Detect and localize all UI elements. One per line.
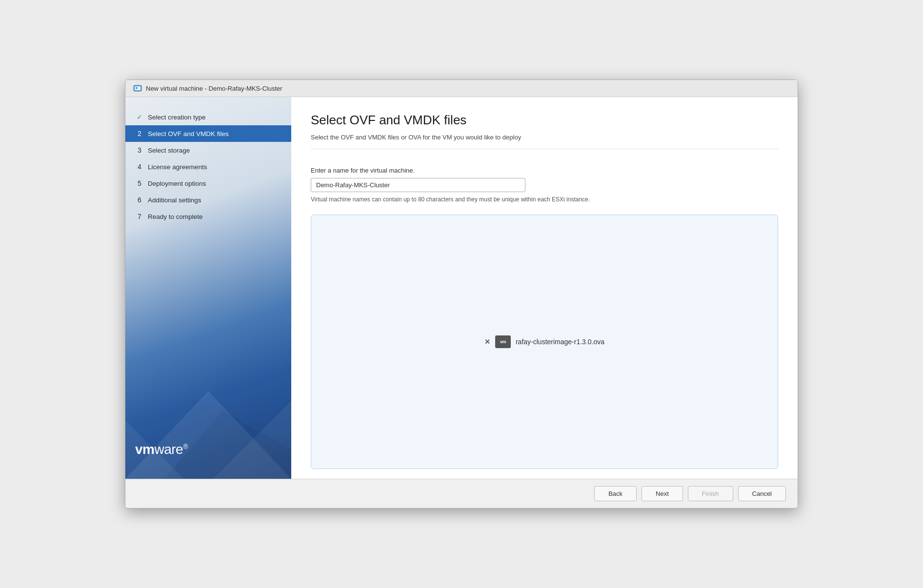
- main-content: Select OVF and VMDK files Select the OVF…: [291, 97, 798, 479]
- step-3-label: Select storage: [148, 147, 190, 154]
- vm-icon: [133, 84, 142, 93]
- sidebar: ✓ Select creation type 2 Select OVF and …: [125, 97, 291, 479]
- sidebar-step-7[interactable]: 7 Ready to complete: [125, 208, 291, 225]
- vm-name-label: Enter a name for the virtual machine.: [311, 167, 778, 174]
- vm-name-input[interactable]: [311, 178, 525, 192]
- dialog-window: New virtual machine - Demo-Rafay-MKS-Clu…: [125, 79, 798, 509]
- file-type-icon: vm: [495, 335, 511, 348]
- page-subtitle: Select the OVF and VMDK files or OVA for…: [311, 134, 778, 149]
- finish-button[interactable]: Finish: [688, 486, 733, 501]
- step-3-indicator: 3: [135, 146, 144, 154]
- sidebar-step-4[interactable]: 4 License agreements: [125, 158, 291, 175]
- step-2-indicator: 2: [135, 130, 144, 137]
- sidebar-step-3[interactable]: 3 Select storage: [125, 142, 291, 158]
- file-name-text: rafay-clusterimage-r1.3.0.ova: [516, 338, 604, 346]
- sidebar-step-6[interactable]: 6 Additional settings: [125, 192, 291, 208]
- file-item: ✕ vm rafay-clusterimage-r1.3.0.ova: [484, 335, 604, 348]
- next-button[interactable]: Next: [642, 486, 683, 501]
- step-7-indicator: 7: [135, 213, 144, 220]
- vmware-logo: vmware®: [125, 432, 291, 467]
- sidebar-steps: ✓ Select creation type 2 Select OVF and …: [125, 109, 291, 225]
- sidebar-step-1[interactable]: ✓ Select creation type: [125, 109, 291, 125]
- dialog-body: ✓ Select creation type 2 Select OVF and …: [125, 97, 798, 479]
- dialog-footer: Back Next Finish Cancel: [125, 479, 798, 508]
- title-bar: New virtual machine - Demo-Rafay-MKS-Clu…: [125, 80, 798, 97]
- sidebar-step-2[interactable]: 2 Select OVF and VMDK files: [125, 125, 291, 142]
- file-drop-zone[interactable]: ✕ vm rafay-clusterimage-r1.3.0.ova: [311, 215, 778, 469]
- step-1-indicator: ✓: [135, 113, 144, 121]
- step-5-label: Deployment options: [148, 180, 206, 187]
- file-remove-button[interactable]: ✕: [484, 338, 490, 346]
- cancel-button[interactable]: Cancel: [738, 486, 786, 501]
- step-6-indicator: 6: [135, 196, 144, 204]
- hint-text: Virtual machine names can contain up to …: [311, 196, 778, 203]
- sidebar-step-5[interactable]: 5 Deployment options: [125, 175, 291, 192]
- step-5-indicator: 5: [135, 179, 144, 187]
- back-button[interactable]: Back: [594, 486, 637, 501]
- svg-rect-2: [136, 87, 138, 89]
- step-2-label: Select OVF and VMDK files: [148, 130, 229, 137]
- dialog-title: New virtual machine - Demo-Rafay-MKS-Clu…: [146, 85, 282, 92]
- step-1-label: Select creation type: [148, 114, 206, 121]
- page-title: Select OVF and VMDK files: [311, 113, 778, 128]
- vmware-logo-text: vmware®: [135, 442, 188, 457]
- step-4-indicator: 4: [135, 163, 144, 171]
- step-6-label: Additional settings: [148, 196, 201, 204]
- step-4-label: License agreements: [148, 163, 207, 171]
- step-7-label: Ready to complete: [148, 213, 203, 220]
